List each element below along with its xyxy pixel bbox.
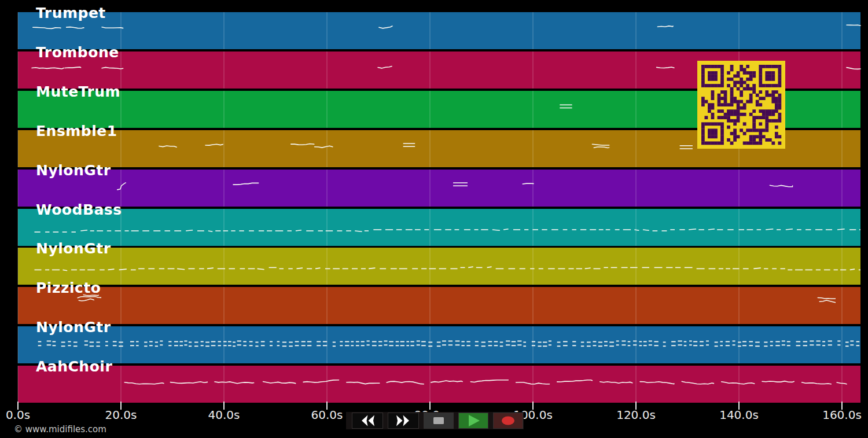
track-label-nylongtr: NylonGtr xyxy=(36,242,111,255)
track-label-trumpet: Trumpet xyxy=(36,7,106,20)
qr-code-icon xyxy=(697,61,785,149)
track-label-nylongtr: NylonGtr xyxy=(36,164,111,177)
axis-tick-label: 160.0s xyxy=(816,408,868,421)
axis-tick-label: 20.0s xyxy=(95,408,147,421)
midi-player-app: TrumpetTromboneMuteTrumEnsmble1NylonGtrW… xyxy=(0,0,868,438)
axis-tick-label: 0.0s xyxy=(0,408,44,421)
axis-tick-label: 40.0s xyxy=(198,408,250,421)
play-icon xyxy=(464,413,483,429)
track-label-aahchoir: AahChoir xyxy=(36,360,112,373)
stop-icon xyxy=(429,413,448,429)
axis-tick-label: 60.0s xyxy=(301,408,353,421)
track-label-pizzicto: Pizzicto xyxy=(36,282,101,295)
rewind-button[interactable] xyxy=(352,413,383,429)
record-button[interactable] xyxy=(493,413,523,429)
fast-forward-button[interactable] xyxy=(388,413,419,429)
track-band-pizzicto xyxy=(18,287,860,324)
stop-button[interactable] xyxy=(424,413,454,429)
transport-bar xyxy=(346,412,524,429)
axis-tick-label: 120.0s xyxy=(610,408,662,421)
play-button[interactable] xyxy=(458,413,488,429)
track-label-woodbass: WoodBass xyxy=(36,204,122,216)
track-band-trumpet xyxy=(18,12,860,49)
track-band-aahchoir xyxy=(18,366,860,403)
track-label-mutetrum: MuteTrum xyxy=(36,86,120,98)
track-band-woodbass xyxy=(18,209,860,246)
record-icon xyxy=(499,413,517,429)
track-label-ensmble1: Ensmble1 xyxy=(36,125,117,138)
track-band-nylongtr xyxy=(18,170,860,207)
copyright-text: © www.midifiles.com xyxy=(14,424,106,435)
track-label-trombone: Trombone xyxy=(36,46,119,59)
track-band-nylongtr xyxy=(18,248,860,285)
axis-tick-label: 140.0s xyxy=(713,408,765,421)
track-band-nylongtr xyxy=(18,326,860,363)
track-label-nylongtr: NylonGtr xyxy=(36,321,111,334)
rewind-icon xyxy=(358,413,377,429)
fast-forward-icon xyxy=(394,413,413,429)
